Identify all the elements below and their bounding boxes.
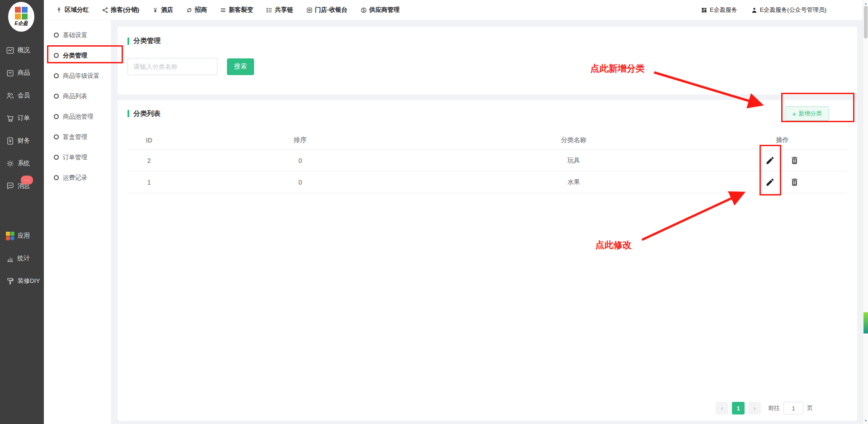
message-badge: ...	[21, 176, 33, 185]
primary-sidebar: E企盈 概况 商品 会员 订单 财务 系统 消息 ...	[0, 0, 44, 424]
cart-icon	[6, 114, 14, 123]
cell-name: 水果	[430, 178, 718, 186]
supplier-icon	[360, 7, 367, 14]
gear-icon	[6, 159, 14, 168]
cell-id: 2	[127, 157, 171, 164]
share-icon	[102, 7, 108, 14]
sidebar-item-goods[interactable]: 商品	[0, 62, 44, 84]
apps-grid-icon	[6, 232, 14, 240]
sidebar-item-system[interactable]: 系统	[0, 152, 44, 175]
bar-chart-icon	[6, 254, 14, 263]
topmenu-promoter[interactable]: 推客(分销)	[102, 6, 139, 14]
edit-button[interactable]	[764, 176, 776, 188]
app-logo[interactable]: E企盈	[8, 2, 34, 32]
secondary-sidebar: 基础设置 分类管理 商品等级设置 商品列表 商品池管理 盲盒管理 订单管理 运费…	[44, 20, 112, 424]
next-page-button[interactable]: ›	[748, 402, 761, 414]
add-category-button[interactable]: + 新增分类	[785, 106, 829, 121]
card-title: 分类列表	[127, 110, 160, 118]
trash-icon	[790, 177, 799, 187]
title-accent-bar	[127, 38, 129, 45]
submenu-label: 分类管理	[63, 52, 87, 60]
topmenu-label: 门店-收银台	[315, 6, 348, 14]
sidebar-item-finance[interactable]: 财务	[0, 129, 44, 152]
page-scrollbar[interactable]: ▲ ▼	[863, 0, 868, 424]
topmenu-hotel[interactable]: 酒店	[152, 6, 173, 14]
account-menu[interactable]: E企盈服务(公众号管理员)	[751, 6, 826, 14]
topmenu-label: 共享链	[275, 6, 293, 14]
topmenu-region-dividend[interactable]: 区域分红	[56, 6, 89, 14]
user-icon	[751, 7, 758, 14]
column-header-id: ID	[127, 137, 171, 144]
main-content: 分类管理 搜索 分类列表 + 新增分类 ID 排序 分类名称 操作	[112, 20, 863, 424]
add-category-label: 新增分类	[798, 110, 822, 118]
sidebar-item-label: 财务	[18, 137, 30, 145]
delete-button[interactable]	[789, 176, 801, 188]
sidebar-item-messages[interactable]: 消息 ...	[0, 175, 44, 197]
sidebar-item-label: 商品	[18, 69, 30, 77]
topmenu-store-cashier[interactable]: 门店-收银台	[306, 6, 348, 14]
sidebar-item-stats[interactable]: 统计	[0, 247, 44, 270]
account-label: E企盈服务(公众号管理员)	[760, 6, 826, 14]
pencil-icon	[765, 156, 775, 165]
table-row: 1 0 水果	[127, 172, 847, 193]
logo-text: E企盈	[14, 20, 28, 27]
submenu-item-goods-pool[interactable]: 商品池管理	[44, 106, 111, 127]
cell-name: 玩具	[430, 157, 718, 165]
topmenu-label: 推客(分销)	[111, 6, 139, 14]
plus-icon: +	[792, 110, 796, 117]
submenu-item-freight-record[interactable]: 运费记录	[44, 167, 111, 188]
radio-circle-icon	[54, 94, 59, 99]
submenu-item-goods-level[interactable]: 商品等级设置	[44, 66, 111, 86]
edit-button[interactable]	[764, 155, 776, 167]
title-accent-bar	[127, 110, 129, 117]
scrollbar-green-marker	[863, 312, 868, 333]
topmenu-supplier[interactable]: 供应商管理	[360, 6, 400, 14]
radio-circle-icon	[54, 134, 59, 139]
submenu-label: 基础设置	[63, 31, 87, 39]
submenu-label: 盲盒管理	[63, 133, 87, 141]
category-list-card: 分类列表 + 新增分类 ID 排序 分类名称 操作 2 0 玩具	[118, 100, 857, 421]
current-page-button[interactable]: 1	[732, 402, 745, 414]
prev-page-button[interactable]: ‹	[716, 402, 728, 414]
sidebar-item-apps[interactable]: 应用	[0, 224, 44, 247]
members-icon	[6, 91, 14, 100]
delete-button[interactable]	[789, 155, 801, 167]
topmenu-investment[interactable]: 招商	[186, 6, 207, 14]
category-name-input[interactable]	[127, 58, 217, 75]
search-button[interactable]: 搜索	[227, 58, 254, 75]
radio-circle-icon	[54, 53, 59, 58]
sidebar-item-members[interactable]: 会员	[0, 84, 44, 107]
list-icon	[266, 7, 273, 14]
radio-circle-icon	[54, 175, 59, 180]
submenu-item-goods-list[interactable]: 商品列表	[44, 86, 111, 106]
topbar: 区域分红 推客(分销) 酒店 招商 新客裂变 共享链 门店-收银台 供应商管理	[44, 0, 863, 20]
radio-circle-icon	[54, 155, 59, 160]
sidebar-item-label: 应用	[18, 232, 30, 240]
topmenu-fission[interactable]: 新客裂变	[220, 6, 253, 14]
column-header-sort: 排序	[171, 136, 430, 144]
sidebar-item-decorate-diy[interactable]: 装修DIY	[0, 270, 44, 292]
yen-icon	[152, 7, 159, 14]
submenu-item-blind-box[interactable]: 盲盒管理	[44, 127, 111, 147]
radio-circle-icon	[54, 33, 59, 38]
submenu-item-category-manage[interactable]: 分类管理	[44, 45, 111, 66]
radio-circle-icon	[54, 114, 59, 119]
submenu-label: 订单管理	[63, 153, 87, 162]
category-manage-card: 分类管理 搜索	[118, 27, 857, 95]
radio-circle-icon	[54, 73, 59, 78]
sidebar-item-overview[interactable]: 概况	[0, 39, 44, 62]
table-row: 2 0 玩具	[127, 150, 847, 172]
recycle-arrows-icon	[186, 7, 193, 14]
submenu-item-basic-settings[interactable]: 基础设置	[44, 25, 111, 45]
scroll-up-icon[interactable]: ▲	[863, 2, 868, 5]
topmenu-label: 招商	[195, 6, 207, 14]
topmenu-share-chain[interactable]: 共享链	[266, 6, 293, 14]
services-entry[interactable]: E企盈服务	[701, 6, 737, 14]
goto-page-input[interactable]	[783, 402, 803, 414]
scrollbar-thumb[interactable]	[864, 6, 868, 38]
sidebar-item-orders[interactable]: 订单	[0, 107, 44, 129]
cell-sort: 0	[171, 157, 430, 164]
scroll-down-icon[interactable]: ▼	[863, 419, 868, 422]
overview-chart-icon	[6, 46, 14, 55]
submenu-item-order-manage[interactable]: 订单管理	[44, 147, 111, 167]
